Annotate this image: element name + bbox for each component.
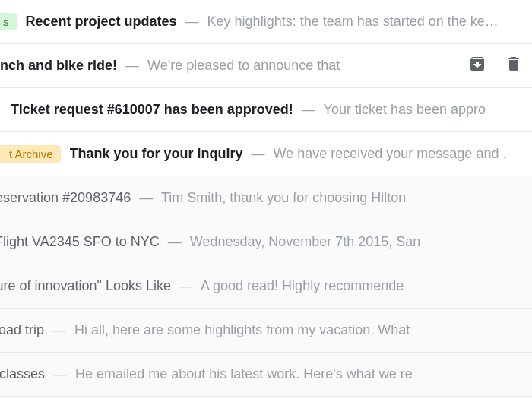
category-label[interactable]: s: [0, 13, 17, 30]
email-row[interactable]: t Archive Thank you for your inquiry — W…: [0, 132, 532, 176]
separator: —: [139, 190, 153, 205]
email-summary: pcoming Reservation #20983746 — Tim Smit…: [0, 190, 526, 206]
email-subject: for team lunch and bike ride!: [0, 58, 117, 73]
separator: —: [52, 322, 66, 337]
email-subject: mation for Flight VA2345 SFO to NYC: [0, 234, 160, 249]
email-list: s Recent project updates — Key highlight…: [0, 0, 532, 397]
email-preview: A good read! Highly recommende: [201, 278, 404, 293]
email-subject: ct Strategy classes: [0, 366, 45, 382]
email-preview: We have received your message and .: [274, 146, 507, 161]
email-preview: Key highlights: the team has started on …: [207, 14, 499, 29]
separator: —: [168, 234, 182, 249]
email-preview: He emailed me about his latest work. Her…: [75, 366, 413, 382]
email-row[interactable]: s Recent project updates — Key highlight…: [0, 0, 532, 44]
separator: —: [125, 58, 139, 73]
email-subject: Thank you for your inquiry: [70, 146, 243, 161]
email-preview: Hi all, here are some highlights from my…: [74, 322, 410, 337]
separator: —: [179, 278, 193, 293]
email-row[interactable]: ct Strategy classes — He emailed me abou…: [0, 353, 532, 397]
email-summary: ct Strategy classes — He emailed me abou…: [0, 366, 526, 382]
email-summary: s from my road trip — Hi all, here are s…: [0, 322, 526, 338]
row-actions: [445, 44, 523, 87]
email-row[interactable]: hat "the future of innovation" Looks Lik…: [0, 264, 532, 309]
email-subject: Recent project updates: [26, 14, 177, 29]
separator: —: [302, 102, 315, 117]
email-summary: Recent project updates — Key highlights:…: [26, 14, 527, 30]
separator: —: [252, 146, 265, 161]
email-summary: mation for Flight VA2345 SFO to NYC — We…: [0, 234, 526, 250]
email-row[interactable]: for team lunch and bike ride! — We're pl…: [0, 44, 532, 88]
email-summary: Ticket request #610007 has been approved…: [11, 102, 526, 118]
category-label[interactable]: t Archive: [0, 145, 61, 163]
email-subject: Ticket request #610007 has been approved…: [11, 102, 293, 117]
email-summary: Thank you for your inquiry — We have rec…: [70, 146, 526, 162]
email-subject: s from my road trip: [0, 322, 44, 337]
email-preview: Wednesday, November 7th 2015, San: [190, 234, 421, 249]
email-preview: Your ticket has been appro: [324, 102, 486, 117]
email-row[interactable]: s from my road trip — Hi all, here are s…: [0, 309, 532, 353]
email-subject: hat "the future of innovation" Looks Lik…: [0, 278, 171, 293]
separator: —: [185, 14, 199, 29]
email-row[interactable]: Ticket request #610007 has been approved…: [0, 88, 532, 132]
email-row[interactable]: mation for Flight VA2345 SFO to NYC — We…: [0, 220, 532, 264]
archive-icon[interactable]: [468, 55, 486, 77]
delete-icon[interactable]: [505, 55, 523, 77]
email-preview: We're pleased to announce that: [147, 58, 340, 73]
email-subject: pcoming Reservation #20983746: [0, 190, 131, 205]
email-preview: Tim Smith, thank you for choosing Hilton: [161, 190, 406, 205]
email-summary: hat "the future of innovation" Looks Lik…: [0, 278, 526, 294]
separator: —: [53, 366, 67, 382]
email-row[interactable]: pcoming Reservation #20983746 — Tim Smit…: [0, 176, 532, 220]
